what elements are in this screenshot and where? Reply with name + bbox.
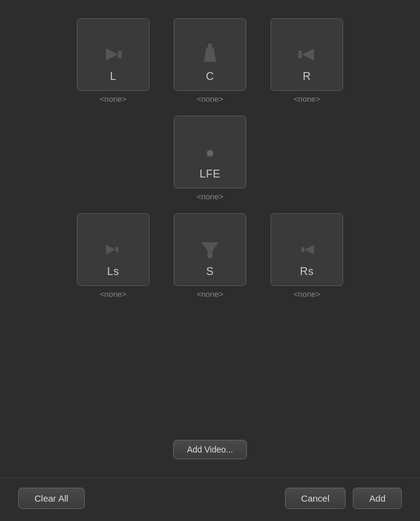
svg-rect-5 [298,51,302,58]
svg-marker-11 [304,245,314,254]
svg-rect-3 [208,44,212,48]
channel-slot-Rs: Rs <none> [271,213,343,299]
main-content: L <none> C <none> [0,0,420,521]
clear-all-button[interactable]: Clear All [18,488,85,509]
svg-point-7 [207,150,213,156]
channel-label-S: S [206,265,214,278]
svg-marker-0 [106,48,118,61]
channel-slot-R: R <none> [271,18,343,104]
channel-label-Ls: Ls [107,265,119,278]
svg-marker-4 [302,48,314,61]
channel-label-LFE: LFE [200,168,221,181]
channel-box-R[interactable]: R [271,18,343,91]
svg-rect-1 [118,51,122,58]
channel-box-S[interactable]: S [174,213,246,286]
add-video-button[interactable]: Add Video... [173,440,247,459]
speaker-left-icon [101,42,125,67]
channel-label-L: L [110,70,117,83]
channel-none-Rs: <none> [294,290,320,299]
channel-label-R: R [303,70,311,83]
channel-row-lfe: LFE <none> [174,116,246,201]
channel-box-Rs[interactable]: Rs [271,213,343,286]
channel-none-Ls: <none> [100,290,126,299]
channel-none-R: <none> [294,95,320,104]
bottom-right: Cancel Add [285,488,402,509]
speaker-right-icon [295,42,319,67]
channel-box-LFE[interactable]: LFE [174,116,246,188]
svg-rect-12 [301,247,304,252]
speaker-lfe-icon [199,142,221,164]
channel-none-C: <none> [197,95,223,104]
speaker-s-icon [198,237,222,262]
speaker-center-icon [198,42,222,67]
bottom-bar: Clear All Cancel Add [0,477,420,521]
channel-slot-L: L <none> [77,18,149,104]
channel-none-S: <none> [197,290,223,299]
add-video-row: Add Video... [173,440,247,459]
channel-box-L[interactable]: L [77,18,149,91]
channel-slot-LFE: LFE <none> [174,116,246,201]
svg-marker-2 [204,47,216,62]
channel-box-C[interactable]: C [174,18,246,91]
channel-label-Rs: Rs [300,265,314,278]
channel-none-LFE: <none> [197,192,223,201]
add-button[interactable]: Add [353,488,402,509]
speaker-rs-icon [295,237,319,262]
svg-marker-10 [202,242,218,258]
channel-slot-S: S <none> [174,213,246,299]
channel-label-C: C [206,70,214,83]
svg-marker-8 [106,245,116,254]
channel-row-2: Ls <none> S <none> [77,213,343,299]
channel-grid: L <none> C <none> [77,18,343,434]
svg-rect-9 [116,247,119,252]
channel-slot-C: C <none> [174,18,246,104]
channel-box-Ls[interactable]: Ls [77,213,149,286]
channel-slot-Ls: Ls <none> [77,213,149,299]
speaker-ls-icon [101,237,125,262]
channel-row-1: L <none> C <none> [77,18,343,104]
bottom-left: Clear All [18,488,85,509]
channel-none-L: <none> [100,95,126,104]
cancel-button[interactable]: Cancel [285,488,346,509]
